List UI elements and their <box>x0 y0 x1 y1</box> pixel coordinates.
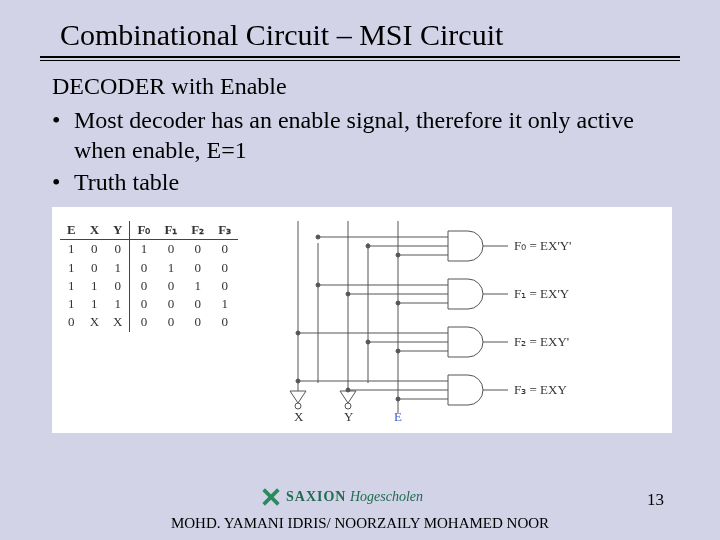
table-cell: 0 <box>184 259 211 277</box>
footer-author: MOHD. YAMANI IDRIS/ NOORZAILY MOHAMED NO… <box>0 515 720 532</box>
table-cell: 0 <box>130 259 157 277</box>
table-cell: 0 <box>211 313 238 331</box>
table-row: 1010100 <box>60 259 238 277</box>
table-row: 1100010 <box>60 277 238 295</box>
logo-sub: Hogescholen <box>350 489 423 504</box>
svg-point-8 <box>366 244 370 248</box>
table-cell: 0 <box>130 313 157 331</box>
table-cell: 0 <box>60 313 83 331</box>
table-cell: 1 <box>83 277 106 295</box>
svg-point-21 <box>396 397 400 401</box>
logo-icon <box>260 486 282 508</box>
table-cell: 0 <box>211 259 238 277</box>
input-label-x: X <box>294 409 304 423</box>
circuit-diagram: F₀ = EX'Y'F₁ = EX'YF₂ = EXY'F₃ = EXY X Y… <box>238 213 668 423</box>
svg-point-17 <box>396 349 400 353</box>
table-cell: 1 <box>106 259 130 277</box>
gate-output-label: F₂ = EXY' <box>514 334 569 349</box>
gate-output-label: F₀ = EX'Y' <box>514 238 571 253</box>
table-cell: 0 <box>184 240 211 259</box>
table-cell: 1 <box>130 240 157 259</box>
table-cell: 0 <box>157 313 184 331</box>
table-row: 0XX0000 <box>60 313 238 331</box>
bullet-text: Truth table <box>74 167 672 197</box>
table-row: 1001000 <box>60 240 238 259</box>
table-cell: 1 <box>60 277 83 295</box>
table-cell: X <box>83 313 106 331</box>
table-cell: 0 <box>106 240 130 259</box>
bullet-text: Most decoder has an enable signal, there… <box>74 105 672 165</box>
table-cell: 0 <box>83 259 106 277</box>
truth-table: E X Y F₀ F₁ F₂ F₃ 1001000101010011000101… <box>60 213 238 423</box>
table-cell: 0 <box>211 277 238 295</box>
table-cell: 1 <box>184 277 211 295</box>
input-label-e: E <box>394 409 402 423</box>
bullet-item: • Most decoder has an enable signal, the… <box>52 105 672 165</box>
svg-point-15 <box>296 331 300 335</box>
table-cell: 0 <box>184 295 211 313</box>
svg-point-12 <box>346 292 350 296</box>
svg-point-11 <box>316 283 320 287</box>
table-cell: 1 <box>83 295 106 313</box>
svg-point-19 <box>296 379 300 383</box>
table-cell: X <box>106 313 130 331</box>
logo-brand: SAXION <box>286 489 346 504</box>
svg-point-16 <box>366 340 370 344</box>
gate-output-label: F₁ = EX'Y <box>514 286 570 301</box>
page-number: 13 <box>647 490 664 510</box>
table-cell: 1 <box>106 295 130 313</box>
table-cell: 1 <box>60 259 83 277</box>
table-row: 1110001 <box>60 295 238 313</box>
table-cell: 0 <box>106 277 130 295</box>
svg-point-13 <box>396 301 400 305</box>
title-rule-thick <box>40 56 680 58</box>
table-cell: 0 <box>211 240 238 259</box>
input-label-y: Y <box>344 409 354 423</box>
section-heading: DECODER with Enable <box>52 71 672 101</box>
table-cell: 0 <box>157 240 184 259</box>
logo: SAXION Hogescholen <box>260 486 423 508</box>
table-cell: 0 <box>130 277 157 295</box>
slide-title: Combinational Circuit – MSI Circuit <box>0 0 720 56</box>
table-cell: 0 <box>157 277 184 295</box>
table-cell: 1 <box>157 259 184 277</box>
svg-point-9 <box>396 253 400 257</box>
table-cell: 0 <box>157 295 184 313</box>
table-cell: 1 <box>60 240 83 259</box>
bullet-item: • Truth table <box>52 167 672 197</box>
svg-point-20 <box>346 388 350 392</box>
table-cell: 1 <box>211 295 238 313</box>
table-cell: 1 <box>60 295 83 313</box>
table-cell: 0 <box>184 313 211 331</box>
table-cell: 0 <box>130 295 157 313</box>
table-cell: 0 <box>83 240 106 259</box>
bullet-marker: • <box>52 105 74 165</box>
gate-output-label: F₃ = EXY <box>514 382 567 397</box>
body-content: DECODER with Enable • Most decoder has a… <box>0 61 720 433</box>
bullet-marker: • <box>52 167 74 197</box>
svg-point-7 <box>316 235 320 239</box>
figure-row: E X Y F₀ F₁ F₂ F₃ 1001000101010011000101… <box>52 207 672 433</box>
